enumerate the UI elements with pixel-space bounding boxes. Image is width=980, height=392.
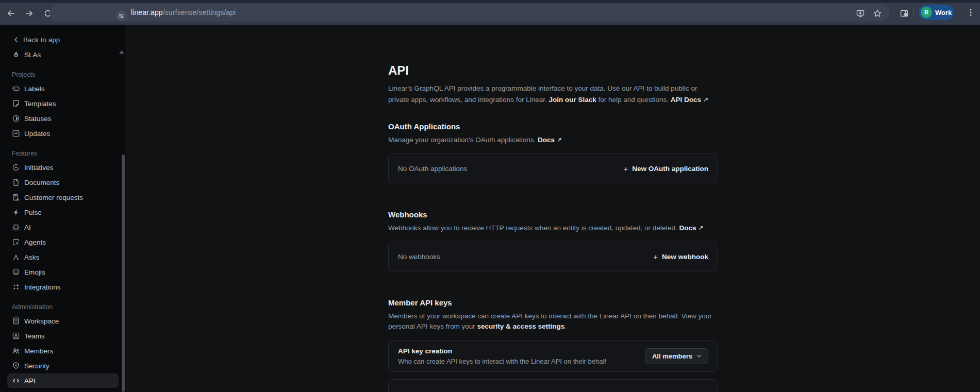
api-docs-link[interactable]: API Docs (671, 96, 701, 104)
sidebar-item-label: SLAs (24, 51, 41, 59)
oauth-empty-state: No OAuth applications (398, 165, 467, 173)
forward-icon[interactable] (25, 9, 34, 18)
sidebar-item-label: Initiatives (24, 164, 53, 172)
new-oauth-application-button[interactable]: + New OAuth application (623, 164, 708, 173)
api-key-creation-dropdown[interactable]: All members (645, 348, 708, 364)
url-path: /surfsense/settings/api (163, 8, 236, 16)
sidebar-item-updates[interactable]: Updates (7, 126, 119, 141)
member-api-keys-description: Members of your workspace can create API… (388, 311, 718, 332)
smiley-icon (12, 268, 20, 276)
sidebar-item-teams[interactable]: Teams (7, 329, 119, 343)
sidebar-item-label: AI (24, 224, 31, 231)
sidebar-item-workspace[interactable]: Workspace (7, 314, 119, 328)
sidebar-item-statuses[interactable]: Statuses (7, 111, 119, 126)
plus-icon: + (653, 252, 658, 261)
join-slack-link[interactable]: Join our Slack (549, 96, 596, 104)
sidebar-item-emojis[interactable]: Emojis (7, 265, 119, 279)
bookmark-star-icon[interactable] (873, 9, 882, 18)
sidebar-item-asks[interactable]: Asks (7, 250, 119, 264)
back-icon[interactable] (6, 9, 15, 18)
dropdown-value: All members (652, 352, 692, 360)
sidebar-item-label: Updates (24, 130, 50, 138)
page-title: API (388, 63, 718, 78)
back-to-app-button[interactable]: Back to app (0, 32, 126, 47)
sidebar-item-label: Customer requests (24, 194, 83, 201)
external-link-arrow-icon: ↗ (703, 96, 708, 104)
browser-menu-icon[interactable] (966, 8, 975, 19)
new-webhook-button[interactable]: + New webhook (653, 252, 708, 261)
webhooks-description-text: Webhooks allow you to receive HTTP reque… (388, 224, 679, 232)
sidebar-item-documents[interactable]: Documents (7, 175, 119, 190)
label-icon (12, 84, 20, 93)
browser-chrome: linear.app/surfsense/settings/api R Work (0, 0, 980, 25)
sidebar-item-label: Emojis (24, 268, 45, 276)
building-icon (12, 317, 20, 325)
chart-updates-icon (12, 129, 20, 138)
team-icon (12, 332, 20, 340)
sidebar-item-label: Labels (24, 85, 45, 93)
asks-icon (12, 253, 20, 261)
settings-main: API Linear's GraphQL API provides a prog… (126, 25, 980, 392)
sidebar-item-customer-requests[interactable]: Customer requests (7, 190, 119, 204)
ai-sparkle-icon (12, 223, 20, 231)
sidebar-item-label: Security (24, 362, 49, 370)
sidebar-item-label: Pulse (24, 209, 42, 216)
settings-sidebar: Back to app SLAs Projects Labels Templat… (0, 25, 126, 392)
customer-requests-icon (12, 193, 20, 201)
agent-cursor-icon (12, 238, 20, 246)
chevron-left-icon (13, 37, 19, 42)
integrations-icon (12, 283, 20, 291)
sidebar-item-members[interactable]: Members (7, 344, 119, 358)
sidebar-item-ai[interactable]: AI (7, 220, 119, 234)
status-circle-icon (12, 114, 20, 123)
sidebar-item-templates[interactable]: Templates (7, 96, 119, 111)
sidebar-section-projects: Projects (0, 70, 126, 80)
sidebar-section-features: Features (0, 148, 126, 159)
site-settings-icon[interactable] (115, 10, 127, 22)
webhooks-docs-link[interactable]: Docs (679, 224, 696, 232)
oauth-applications-card: No OAuth applications + New OAuth applic… (388, 154, 718, 183)
oauth-docs-link[interactable]: Docs (538, 136, 555, 144)
security-access-settings-link[interactable]: security & access settings (477, 322, 565, 330)
sidebar-item-agents[interactable]: Agents (7, 235, 119, 249)
install-app-icon[interactable] (856, 9, 865, 18)
side-panel-search-icon[interactable] (900, 9, 909, 18)
sidebar-item-integrations[interactable]: Integrations (7, 280, 119, 294)
settings-page: Back to app SLAs Projects Labels Templat… (0, 25, 980, 392)
api-key-creation-text: API key creation Who can create API keys… (398, 347, 606, 365)
sidebar-item-label: Documents (24, 179, 59, 186)
sidebar-item-label: Teams (24, 332, 45, 340)
sidebar-item-slas[interactable]: SLAs (7, 47, 119, 62)
oauth-description-text: Manage your organization's OAuth applica… (388, 136, 538, 144)
url-bar[interactable]: linear.app/surfsense/settings/api (49, 4, 890, 21)
sidebar-item-api[interactable]: API (7, 373, 119, 388)
sidebar-item-labels[interactable]: Labels (7, 81, 119, 96)
sidebar-item-label: Agents (24, 238, 46, 246)
sidebar-item-initiatives[interactable]: Initiatives (7, 160, 119, 175)
members-icon (12, 347, 20, 355)
sidebar-section-administration: Administration (0, 302, 126, 312)
sidebar-item-label: Statuses (24, 115, 52, 123)
content-column: API Linear's GraphQL API provides a prog… (388, 25, 718, 392)
sidebar-item-label: Asks (24, 253, 39, 261)
sidebar-scrollbar-thumb[interactable] (122, 155, 125, 392)
sidebar-item-security[interactable]: Security (7, 359, 119, 373)
browser-profile-chip[interactable]: R Work (919, 5, 954, 20)
member-api-keys-heading: Member API keys (388, 298, 718, 307)
external-link-arrow-icon: ↗ (557, 137, 562, 144)
intro-text-2: for help and questions. (596, 96, 671, 104)
sidebar-item-label: API (24, 377, 36, 385)
window-frame-strip (0, 0, 980, 3)
sidebar-item-pulse[interactable]: Pulse (7, 205, 119, 219)
oauth-section-heading: OAuth Applications (388, 122, 718, 131)
webhooks-section-description: Webhooks allow you to receive HTTP reque… (388, 223, 718, 233)
sidebar-item-label: Integrations (24, 283, 61, 291)
button-label: New webhook (662, 253, 708, 261)
sidebar-item-label: Workspace (24, 317, 59, 325)
pulse-bolt-icon (12, 208, 20, 216)
api-key-creation-card: API key creation Who can create API keys… (388, 340, 718, 372)
sidebar-scroll-up-arrow[interactable] (119, 50, 124, 54)
api-intro-text: Linear's GraphQL API provides a programm… (388, 83, 718, 106)
back-to-app-label: Back to app (23, 36, 60, 44)
url-host: linear.app (131, 8, 163, 16)
